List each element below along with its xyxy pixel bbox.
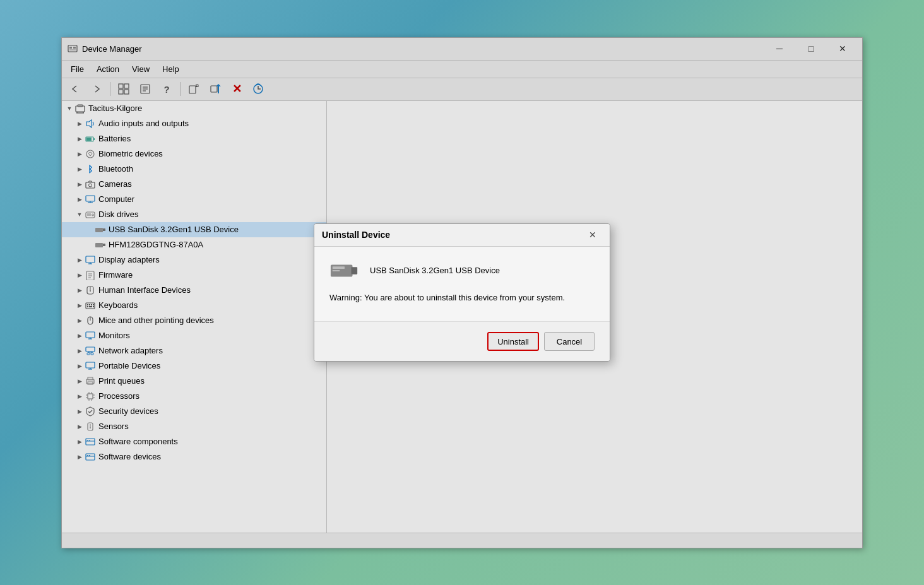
uninstall-dialog: Uninstall Device ✕ USB SanDis — [314, 223, 610, 362]
svg-rect-95 — [352, 268, 358, 275]
dialog-device-icon-container — [329, 259, 360, 282]
dialog-body: USB SanDisk 3.2Gen1 USB Device Warning: … — [314, 247, 610, 321]
dialog-warning-text: Warning: You are about to uninstall this… — [329, 292, 595, 304]
dialog-title-bar: Uninstall Device ✕ — [314, 224, 610, 247]
dialog-device-row: USB SanDisk 3.2Gen1 USB Device — [329, 259, 595, 282]
uninstall-confirm-button[interactable]: Uninstall — [487, 332, 539, 351]
dialog-footer: Uninstall Cancel — [314, 321, 610, 361]
svg-rect-97 — [333, 270, 340, 271]
svg-rect-96 — [333, 267, 345, 269]
cancel-button[interactable]: Cancel — [544, 332, 595, 351]
device-manager-window: Device Manager ─ □ ✕ File Action View He… — [61, 37, 863, 548]
dialog-device-name: USB SanDisk 3.2Gen1 USB Device — [370, 266, 500, 275]
dialog-close-button[interactable]: ✕ — [583, 226, 602, 244]
dialog-title: Uninstall Device — [322, 230, 583, 240]
usb-drive-icon — [329, 259, 360, 281]
dialog-overlay: Uninstall Device ✕ USB SanDis — [62, 38, 862, 548]
